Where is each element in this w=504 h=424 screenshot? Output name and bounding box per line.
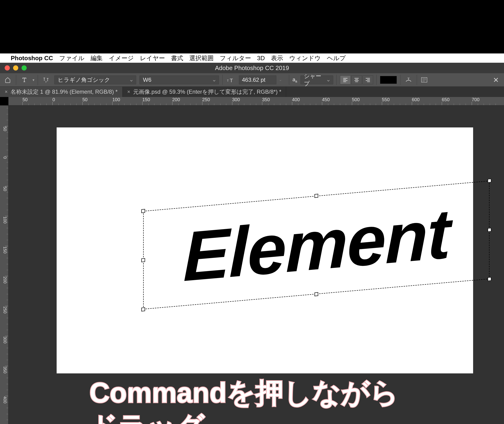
app-name[interactable]: Photoshop CC (11, 55, 53, 62)
menu-type[interactable]: 書式 (171, 54, 183, 62)
menu-help[interactable]: ヘルプ (327, 54, 346, 62)
home-icon[interactable] (3, 75, 13, 85)
annotation-line-1: Commandを押しながら (89, 376, 399, 410)
font-weight-value: W6 (143, 77, 151, 83)
transform-handle-tl[interactable] (141, 209, 145, 213)
minimize-window-icon[interactable] (13, 65, 18, 70)
chevron-down-icon: ⌵ (324, 77, 330, 82)
font-size-value: 463.62 pt (242, 77, 265, 83)
ruler-horizontal[interactable]: 5005010015020025030035040045050055060065… (8, 97, 504, 106)
transform-handle-bm[interactable] (315, 292, 318, 296)
align-right-button[interactable] (362, 75, 373, 84)
tab-label: 名称未設定 1 @ 81.9% (Element, RGB/8) * (11, 88, 118, 96)
antialias-icon: aa (292, 77, 297, 83)
font-size-icon: TT (226, 75, 236, 85)
close-options-icon[interactable]: ✕ (491, 76, 501, 84)
menu-window[interactable]: ウィンドウ (289, 54, 321, 62)
warp-text-icon[interactable]: T (404, 75, 413, 85)
annotation-line-2: ドラッグ (89, 410, 399, 424)
font-weight-select[interactable]: W6 ⌵ (140, 75, 219, 84)
close-tab-icon[interactable]: × (5, 89, 8, 95)
font-family-select[interactable]: ヒラギノ角ゴシック ⌵ (54, 75, 136, 84)
traffic-lights (0, 65, 27, 70)
document-tabbar: × 名称未設定 1 @ 81.9% (Element, RGB/8) * × 元… (0, 87, 504, 97)
menu-view[interactable]: 表示 (271, 54, 283, 62)
window-titlebar: Adobe Photoshop CC 2019 (0, 63, 504, 73)
transform-handle-bl[interactable] (141, 307, 145, 311)
ruler-vertical[interactable]: 10050050100150200250300350400 (0, 106, 8, 424)
menu-file[interactable]: ファイル (59, 54, 85, 62)
menu-3d[interactable]: 3D (257, 55, 265, 62)
type-tool-icon[interactable] (19, 75, 29, 85)
text-orientation-icon[interactable] (41, 75, 51, 85)
chevron-down-icon: ⌵ (127, 77, 133, 82)
tab-label: 元画像.psd @ 59.3% (Enterを押して変形は完了, RGB/8*)… (133, 88, 281, 96)
transform-handle-br[interactable] (488, 277, 491, 281)
align-left-button[interactable] (340, 75, 351, 84)
menu-filter[interactable]: フィルター (220, 54, 251, 62)
align-center-button[interactable] (351, 75, 362, 84)
transform-handle-ml[interactable] (141, 258, 145, 262)
svg-text:T: T (407, 77, 410, 81)
transform-handle-tm[interactable] (315, 194, 318, 198)
menu-layer[interactable]: レイヤー (140, 54, 165, 62)
document-tab-1[interactable]: × 名称未設定 1 @ 81.9% (Element, RGB/8) * (0, 87, 123, 97)
menu-image[interactable]: イメージ (109, 54, 134, 62)
text-align-group (340, 75, 373, 84)
menu-edit[interactable]: 編集 (91, 54, 103, 62)
character-panel-icon[interactable] (420, 76, 428, 84)
black-top-area (0, 0, 504, 53)
antialias-value: シャープ (304, 72, 324, 87)
mac-menubar: Photoshop CC ファイル 編集 イメージ レイヤー 書式 選択範囲 フ… (0, 53, 504, 63)
antialias-select[interactable]: シャープ ⌵ (300, 75, 333, 84)
svg-text:T: T (227, 79, 229, 82)
document-tab-2[interactable]: × 元画像.psd @ 59.3% (Enterを押して変形は完了, RGB/8… (123, 87, 286, 97)
window-title: Adobe Photoshop CC 2019 (215, 64, 289, 72)
font-family-value: ヒラギノ角ゴシック (58, 76, 110, 84)
font-size-input[interactable]: 463.62 pt (239, 75, 276, 84)
canvas[interactable]: Element Commandを押しながら ドラッグ (57, 127, 473, 373)
canvas-area[interactable]: Element Commandを押しながら ドラッグ (8, 106, 504, 424)
tool-chevron-icon[interactable]: ▾ (32, 78, 34, 82)
maximize-window-icon[interactable] (22, 65, 27, 70)
chevron-down-icon: ⌵ (210, 77, 215, 82)
svg-text:T: T (230, 78, 233, 83)
font-size-stepper[interactable]: ⌵ (279, 79, 286, 81)
transform-handle-mr[interactable] (488, 228, 491, 232)
menu-select[interactable]: 選択範囲 (189, 54, 214, 62)
close-tab-icon[interactable]: × (127, 89, 130, 95)
options-bar: ▾ ヒラギノ角ゴシック ⌵ W6 ⌵ TT 463.62 pt ⌵ aa シャー… (0, 73, 504, 87)
transform-bounding-box[interactable]: Element (143, 181, 490, 309)
instruction-annotation: Commandを押しながら ドラッグ (89, 376, 399, 424)
transform-handle-tr[interactable] (488, 179, 491, 183)
text-color-swatch[interactable] (380, 76, 397, 84)
close-window-icon[interactable] (5, 65, 10, 70)
